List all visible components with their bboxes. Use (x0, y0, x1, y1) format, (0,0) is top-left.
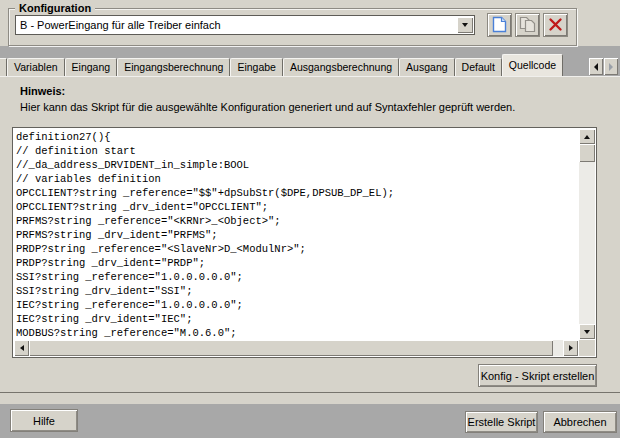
tab-eingangsberechnung[interactable]: Eingangsberechnung (117, 58, 230, 76)
tab-ausgang[interactable]: Ausgang (399, 58, 454, 76)
tab-eingang[interactable]: Eingang (65, 58, 118, 76)
new-config-button[interactable] (487, 13, 512, 37)
scroll-right-button[interactable] (563, 340, 578, 356)
top-panel: Konfiguration B - PowerEingang für alle … (0, 0, 620, 46)
code-line: OPCCLIENT?string _reference="$$"+dpSubSt… (16, 186, 577, 200)
hilfe-button[interactable]: Hilfe (10, 409, 78, 432)
arrow-right-icon (569, 345, 573, 351)
delete-x-icon (548, 17, 563, 34)
hscroll-thumb[interactable] (29, 340, 553, 356)
bottom-button-bar: Hilfe Erstelle Skript Abbrechen (0, 404, 620, 438)
page-bottom-strip (0, 393, 620, 404)
arrow-down-icon (584, 330, 590, 334)
script-editor[interactable]: definition27(){ // definition start //_d… (12, 127, 597, 358)
hint-label: Hinweis: (20, 85, 65, 97)
horizontal-scrollbar[interactable] (14, 340, 578, 356)
konfiguration-dialog: Konfiguration B - PowerEingang für alle … (0, 0, 620, 438)
code-line: definition27(){ (16, 130, 577, 144)
vscroll-thumb[interactable] (579, 144, 595, 162)
code-line: MODBUS?string _reference="M.0.6.0"; (16, 326, 577, 338)
delete-config-button[interactable] (543, 13, 568, 37)
tab-bar: Variablen Eingang Eingangsberechnung Ein… (0, 46, 620, 76)
tab-scroll-right-button[interactable] (604, 58, 618, 75)
config-select-value: B - PowerEingang für alle Treiber einfac… (20, 19, 221, 31)
tab-quellcode[interactable]: Quellcode (502, 54, 563, 76)
code-line: PRDP?string _drv_ident="PRDP"; (16, 256, 577, 270)
tabs-row: Variablen Eingang Eingangsberechnung Ein… (7, 54, 588, 76)
scrollbar-corner (579, 340, 595, 356)
scroll-up-button[interactable] (579, 129, 595, 144)
code-line: SSI?string _reference="1.0.0.0.0.0"; (16, 270, 577, 284)
code-line: PRFMS?string _drv_ident="PRFMS"; (16, 228, 577, 242)
konfig-skript-erstellen-button[interactable]: Konfig - Skript erstellen (478, 364, 597, 387)
scroll-left-button[interactable] (14, 340, 29, 356)
script-code[interactable]: definition27(){ // definition start //_d… (16, 130, 577, 338)
hint-text: Hier kann das Skript für die ausgewählte… (20, 101, 515, 113)
code-line: SSI?string _drv_ident="SSI"; (16, 284, 577, 298)
new-document-icon (492, 16, 507, 35)
konfiguration-groupbox: Konfiguration B - PowerEingang für alle … (8, 8, 577, 46)
scroll-down-button[interactable] (579, 324, 595, 339)
tab-default[interactable]: Default (455, 58, 502, 76)
tab-variablen[interactable]: Variablen (7, 58, 65, 76)
abbrechen-button[interactable]: Abbrechen (543, 411, 617, 433)
config-select[interactable]: B - PowerEingang für alle Treiber einfac… (15, 15, 475, 35)
arrow-right-icon (609, 63, 613, 71)
tab-scroll-left-button[interactable] (589, 58, 603, 75)
code-line: // definition start (16, 144, 577, 158)
tab-scroll-arrows (588, 58, 618, 75)
tab-ausgangsberechnung[interactable]: Ausgangsberechnung (283, 58, 399, 76)
copy-config-button[interactable] (515, 13, 540, 37)
tab-page-quellcode: Hinweis: Hier kann das Skript für die au… (0, 76, 620, 393)
code-line: //_da_address_DRVIDENT_in_simple:BOOL (16, 158, 577, 172)
tab-eingabe[interactable]: Eingabe (230, 58, 283, 76)
code-line: IEC?string _drv_ident="IEC"; (16, 312, 577, 326)
groupbox-title: Konfiguration (15, 2, 95, 14)
code-line: IEC?string _reference="1.0.0.0.0.0"; (16, 298, 577, 312)
config-dropdown-button[interactable] (457, 17, 473, 33)
copy-icon (519, 16, 536, 35)
arrow-left-icon (594, 63, 598, 71)
tab-sliver[interactable] (0, 58, 7, 76)
code-line: PRDP?string _reference="<SlaveNr>D_<Modu… (16, 242, 577, 256)
erstelle-skript-button[interactable]: Erstelle Skript (465, 411, 538, 433)
chevron-down-icon (462, 23, 468, 27)
code-line: // variables definition (16, 172, 577, 186)
arrow-up-icon (584, 135, 590, 139)
code-line: PRFMS?string _reference="<KRNr>_<Object>… (16, 214, 577, 228)
arrow-left-icon (20, 345, 24, 351)
vertical-scrollbar[interactable] (579, 129, 595, 339)
code-line: OPCCLIENT?string _drv_ident="OPCCLIENT"; (16, 200, 577, 214)
